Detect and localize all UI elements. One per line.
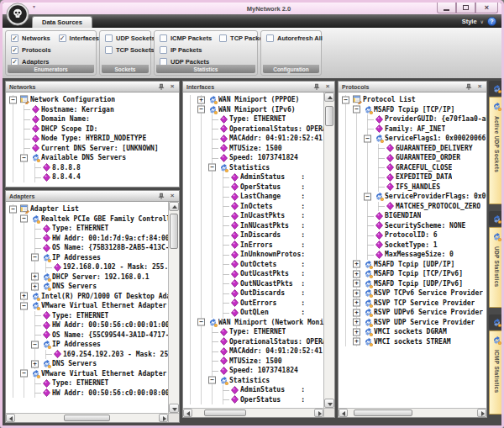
tree-item[interactable]: Hostname: Kerrigan bbox=[8, 105, 179, 115]
scroll-up-button[interactable] bbox=[169, 202, 179, 211]
expand-toggle[interactable]: − bbox=[31, 341, 39, 348]
tree-item[interactable]: −WAN Miniport (Network Monitor) bbox=[186, 318, 323, 328]
expand-toggle[interactable]: − bbox=[364, 193, 371, 200]
checkbox-autorefresh-all[interactable]: Autorefresh All bbox=[266, 34, 323, 42]
close-icon[interactable]: × bbox=[168, 192, 176, 200]
expand-toggle[interactable]: − bbox=[9, 96, 17, 103]
expand-toggle[interactable]: − bbox=[20, 154, 28, 161]
tree-item[interactable]: InOctets : bbox=[186, 202, 323, 212]
tree-item[interactable]: InNUcastPkts : bbox=[186, 221, 323, 231]
scroll-right-button[interactable] bbox=[477, 409, 486, 417]
expand-toggle[interactable]: − bbox=[208, 377, 216, 384]
scroll-down-button[interactable] bbox=[324, 399, 334, 408]
style-button[interactable]: Style bbox=[462, 18, 477, 25]
titlebar[interactable]: ▾ MyNetwork 2.0 × bbox=[3, 3, 501, 14]
tree-item[interactable]: MACAddr: 04:91:20:52:41:53 bbox=[186, 134, 323, 144]
tree-item[interactable]: InDiscards : bbox=[186, 230, 323, 240]
expand-toggle[interactable]: + bbox=[31, 283, 39, 290]
tree-item[interactable]: OperationalStatus: OPERATIO bbox=[186, 337, 323, 347]
tree-item[interactable]: −ServiceProviderFlags: 0x000000 bbox=[341, 192, 486, 202]
tree-item[interactable]: HW Addr: 00:1d:7d:9a:cf:84:00:00 bbox=[8, 234, 168, 244]
side-tab-active-udp-sockets[interactable]: Active UDP Sockets bbox=[489, 97, 504, 204]
tree-item[interactable]: AdminStatus : bbox=[186, 385, 323, 395]
quick-access-dropdown-icon[interactable]: ▾ bbox=[33, 3, 35, 9]
tree-item[interactable]: +RSVP UDPv6 Service Provider bbox=[341, 308, 486, 318]
tree-item[interactable]: MATCHES_PROTOCOL_ZERO bbox=[341, 202, 486, 212]
tree-item[interactable]: +DNS Servers bbox=[8, 282, 168, 292]
tree-item[interactable]: ProviderGUID: {e70f1aa0-ab8b- bbox=[341, 114, 486, 124]
scrollbar-thumb[interactable] bbox=[354, 410, 412, 416]
scrollbar-thumb[interactable] bbox=[64, 415, 109, 421]
tree-item[interactable]: Type: ETHERNET bbox=[8, 378, 168, 388]
tree-item[interactable]: Family: AF_INET bbox=[341, 124, 486, 135]
interfaces-panel-header[interactable]: Interfaces × bbox=[183, 82, 334, 92]
tree-item[interactable]: +RSVP UDP Service Provider bbox=[341, 318, 486, 328]
scrollbar-thumb[interactable] bbox=[170, 214, 178, 249]
tree-item[interactable]: GUARANTEED_ORDER bbox=[341, 153, 486, 163]
tree-item[interactable]: MaxMessageSize: 0 bbox=[341, 250, 486, 260]
tree-item[interactable]: HW Addr: 00:50:56:c0:00:01:00:00 bbox=[8, 320, 168, 330]
tree-item[interactable]: OutDiscards : bbox=[186, 288, 323, 299]
adapters-panel-header[interactable]: Adapters × bbox=[6, 191, 179, 202]
close-icon[interactable]: × bbox=[168, 82, 176, 91]
tree-item[interactable]: Current DNS Server: [UNKNOWN] bbox=[8, 144, 179, 154]
minimize-button[interactable] bbox=[437, 3, 456, 13]
expand-toggle[interactable]: − bbox=[31, 254, 39, 262]
tree-item[interactable]: −IP Addresses bbox=[8, 253, 168, 263]
expand-toggle[interactable]: + bbox=[353, 309, 360, 316]
tab-data-sources[interactable]: Data Sources bbox=[32, 16, 92, 28]
tree-item[interactable]: OS Name: {55C99544-3A1D-4717-993 bbox=[8, 330, 168, 341]
tree-item[interactable]: SecurityScheme: NONE bbox=[341, 221, 486, 231]
expand-toggle[interactable]: + bbox=[20, 293, 28, 300]
tree-item[interactable]: InUcastPkts : bbox=[186, 211, 323, 221]
tree-item[interactable]: −Network Configuration bbox=[8, 95, 179, 105]
checkbox-networks[interactable]: ✓Networks bbox=[11, 34, 51, 42]
tree-item[interactable]: −Adapter List bbox=[8, 204, 168, 214]
tree-item[interactable]: OutOctets : bbox=[186, 260, 323, 270]
app-menu-orb[interactable] bbox=[6, 3, 29, 26]
side-tab-icon-chip[interactable] bbox=[489, 314, 504, 330]
close-icon[interactable]: × bbox=[323, 82, 332, 91]
help-icon[interactable]: ? bbox=[487, 17, 496, 26]
tree-item[interactable]: −VMware Virtual Ethernet Adapter for bbox=[8, 369, 168, 379]
tree-item[interactable]: OutNUcastPkts : bbox=[186, 279, 323, 289]
tree-item[interactable]: OperStatus : bbox=[186, 182, 323, 193]
expand-toggle[interactable]: + bbox=[353, 319, 360, 326]
tree-item[interactable]: InUnknownProtos: bbox=[186, 250, 323, 260]
networks-panel-header[interactable]: Networks × bbox=[6, 82, 179, 92]
expand-toggle[interactable]: − bbox=[20, 302, 28, 309]
tree-item[interactable]: 192.168.0.102 - Mask: 255.255. bbox=[8, 262, 168, 272]
side-tab-icon-chip[interactable] bbox=[489, 211, 504, 226]
expand-toggle[interactable]: − bbox=[20, 370, 28, 378]
scroll-right-button[interactable] bbox=[159, 414, 168, 422]
checkbox-tcp-sockets[interactable]: TCP Sockets bbox=[105, 46, 155, 54]
tree-item[interactable]: −Protocol List bbox=[341, 95, 486, 105]
tree-item[interactable]: −MSAFD Tcpip [TCP/IP] bbox=[341, 105, 486, 115]
side-tab-icmp-statistics[interactable]: ICMP Statistics bbox=[489, 330, 504, 415]
expand-toggle[interactable]: + bbox=[31, 273, 39, 281]
tree-item[interactable]: MTUSize: 1500 bbox=[186, 357, 323, 367]
scroll-left-button[interactable] bbox=[183, 409, 192, 417]
close-icon[interactable]: × bbox=[475, 82, 484, 91]
tree-item[interactable]: OutUcastPkts : bbox=[186, 269, 323, 279]
tree-item[interactable]: +MSAFD Tcpip [TCP/IPv6] bbox=[341, 269, 486, 279]
tree-item[interactable]: InErrors : bbox=[186, 240, 323, 251]
pin-icon[interactable] bbox=[312, 82, 321, 91]
tree-item[interactable]: AdminStatus : bbox=[186, 172, 323, 182]
tree-item[interactable]: −IP Addresses bbox=[8, 340, 168, 350]
tree-item[interactable]: +RSVP TCP Service Provider bbox=[341, 299, 486, 309]
tree-item[interactable]: Speed: 1073741824 bbox=[186, 366, 323, 376]
tree-item[interactable]: OperationalStatus: OPERATIO bbox=[186, 124, 323, 135]
tree-item[interactable]: ProtocolID: 6 bbox=[341, 230, 486, 240]
tree-item[interactable]: −Available DNS Servers bbox=[8, 153, 179, 163]
expand-toggle[interactable]: + bbox=[197, 96, 205, 103]
tree-item[interactable]: +DNS Servers bbox=[8, 359, 168, 369]
maximize-button[interactable] bbox=[456, 3, 475, 13]
tree-item[interactable]: MTUSize: 1500 bbox=[186, 144, 323, 154]
expand-toggle[interactable]: + bbox=[353, 289, 360, 297]
tree-item[interactable]: Type: ETHERNET bbox=[186, 327, 323, 337]
checkbox-interfaces[interactable]: ✓Interfaces bbox=[59, 34, 99, 42]
expand-toggle[interactable]: + bbox=[31, 360, 39, 367]
tree-item[interactable]: HW Addr: 00:50:56:c0:00:08:00:00 bbox=[8, 388, 168, 399]
scrollbar-thumb[interactable] bbox=[204, 410, 246, 416]
